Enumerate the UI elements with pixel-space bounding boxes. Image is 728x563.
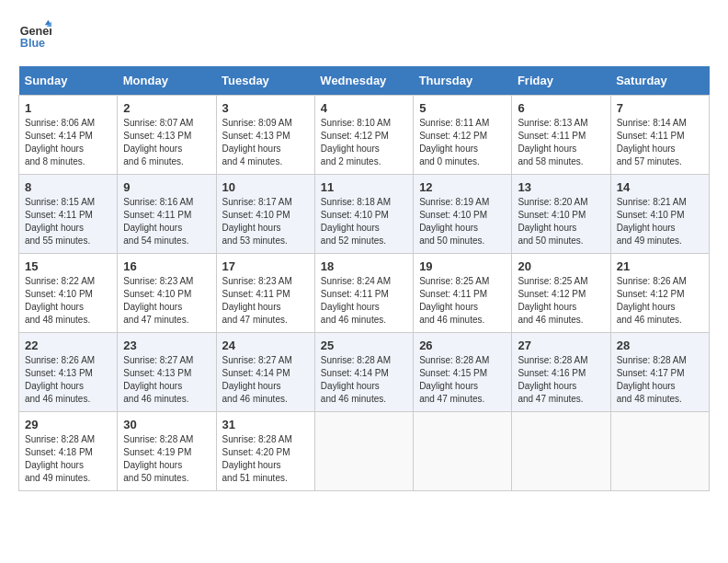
cell-info: Sunrise: 8:09 AMSunset: 4:13 PMDaylight … xyxy=(222,117,309,168)
day-number: 12 xyxy=(419,180,506,194)
day-number: 15 xyxy=(25,259,111,273)
calendar-cell: 31Sunrise: 8:28 AMSunset: 4:20 PMDayligh… xyxy=(216,412,314,491)
day-number: 16 xyxy=(123,259,210,273)
cell-info: Sunrise: 8:19 AMSunset: 4:10 PMDaylight … xyxy=(419,196,506,247)
day-number: 27 xyxy=(518,339,604,352)
calendar-cell: 28Sunrise: 8:28 AMSunset: 4:17 PMDayligh… xyxy=(610,333,709,412)
calendar-cell: 27Sunrise: 8:28 AMSunset: 4:16 PMDayligh… xyxy=(512,333,610,412)
header-day-tuesday: Tuesday xyxy=(216,66,314,96)
day-number: 19 xyxy=(419,259,506,273)
day-number: 23 xyxy=(123,339,210,352)
cell-info: Sunrise: 8:28 AMSunset: 4:14 PMDaylight … xyxy=(321,354,407,406)
calendar-cell: 2Sunrise: 8:07 AMSunset: 4:13 PMDaylight… xyxy=(118,96,216,175)
cell-info: Sunrise: 8:10 AMSunset: 4:12 PMDaylight … xyxy=(321,117,407,168)
day-number: 17 xyxy=(222,259,309,273)
calendar-cell: 21Sunrise: 8:26 AMSunset: 4:12 PMDayligh… xyxy=(610,254,709,333)
cell-info: Sunrise: 8:28 AMSunset: 4:18 PMDaylight … xyxy=(25,433,111,485)
calendar-table: SundayMondayTuesdayWednesdayThursdayFrid… xyxy=(18,66,710,491)
day-number: 29 xyxy=(25,418,111,431)
calendar-cell xyxy=(414,412,512,491)
calendar-cell: 30Sunrise: 8:28 AMSunset: 4:19 PMDayligh… xyxy=(118,412,216,491)
cell-info: Sunrise: 8:28 AMSunset: 4:20 PMDaylight … xyxy=(222,433,309,485)
day-number: 7 xyxy=(617,101,703,115)
calendar-cell: 23Sunrise: 8:27 AMSunset: 4:13 PMDayligh… xyxy=(118,333,216,412)
cell-info: Sunrise: 8:28 AMSunset: 4:17 PMDaylight … xyxy=(617,354,703,406)
day-number: 10 xyxy=(222,180,309,194)
calendar-cell: 26Sunrise: 8:28 AMSunset: 4:15 PMDayligh… xyxy=(414,333,512,412)
cell-info: Sunrise: 8:11 AMSunset: 4:12 PMDaylight … xyxy=(419,117,506,168)
cell-info: Sunrise: 8:16 AMSunset: 4:11 PMDaylight … xyxy=(123,196,210,247)
cell-info: Sunrise: 8:15 AMSunset: 4:11 PMDaylight … xyxy=(25,196,111,247)
cell-info: Sunrise: 8:28 AMSunset: 4:19 PMDaylight … xyxy=(123,433,210,485)
logo: General Blue xyxy=(18,18,55,52)
calendar-cell xyxy=(314,412,413,491)
calendar-cell: 20Sunrise: 8:25 AMSunset: 4:12 PMDayligh… xyxy=(512,254,610,333)
calendar-cell: 1Sunrise: 8:06 AMSunset: 4:14 PMDaylight… xyxy=(19,96,118,175)
calendar-cell: 14Sunrise: 8:21 AMSunset: 4:10 PMDayligh… xyxy=(610,175,709,254)
header-day-thursday: Thursday xyxy=(414,66,512,96)
day-number: 8 xyxy=(25,180,111,194)
logo-icon: General Blue xyxy=(18,18,51,52)
day-number: 2 xyxy=(123,101,210,115)
header-day-friday: Friday xyxy=(512,66,610,96)
week-row-5: 29Sunrise: 8:28 AMSunset: 4:18 PMDayligh… xyxy=(19,412,710,491)
calendar-cell: 16Sunrise: 8:23 AMSunset: 4:10 PMDayligh… xyxy=(118,254,216,333)
calendar-cell: 18Sunrise: 8:24 AMSunset: 4:11 PMDayligh… xyxy=(314,254,413,333)
week-row-1: 1Sunrise: 8:06 AMSunset: 4:14 PMDaylight… xyxy=(19,96,710,175)
cell-info: Sunrise: 8:13 AMSunset: 4:11 PMDaylight … xyxy=(518,117,604,168)
day-number: 20 xyxy=(518,259,604,273)
day-number: 30 xyxy=(123,418,210,431)
cell-info: Sunrise: 8:28 AMSunset: 4:15 PMDaylight … xyxy=(419,354,506,406)
calendar-cell: 22Sunrise: 8:26 AMSunset: 4:13 PMDayligh… xyxy=(19,333,118,412)
cell-info: Sunrise: 8:22 AMSunset: 4:10 PMDaylight … xyxy=(25,275,111,327)
day-number: 21 xyxy=(617,259,703,273)
day-number: 9 xyxy=(123,180,210,194)
calendar-cell: 13Sunrise: 8:20 AMSunset: 4:10 PMDayligh… xyxy=(512,175,610,254)
day-number: 28 xyxy=(617,339,703,352)
cell-info: Sunrise: 8:26 AMSunset: 4:12 PMDaylight … xyxy=(617,275,703,327)
day-number: 3 xyxy=(222,101,309,115)
calendar-cell xyxy=(512,412,610,491)
calendar-cell: 25Sunrise: 8:28 AMSunset: 4:14 PMDayligh… xyxy=(314,333,413,412)
day-number: 14 xyxy=(617,180,703,194)
week-row-4: 22Sunrise: 8:26 AMSunset: 4:13 PMDayligh… xyxy=(19,333,710,412)
header-row: SundayMondayTuesdayWednesdayThursdayFrid… xyxy=(19,66,710,96)
calendar-cell: 24Sunrise: 8:27 AMSunset: 4:14 PMDayligh… xyxy=(216,333,314,412)
svg-text:Blue: Blue xyxy=(20,37,45,50)
cell-info: Sunrise: 8:23 AMSunset: 4:10 PMDaylight … xyxy=(123,275,210,327)
day-number: 26 xyxy=(419,339,506,352)
cell-info: Sunrise: 8:23 AMSunset: 4:11 PMDaylight … xyxy=(222,275,309,327)
page-header: General Blue xyxy=(18,18,710,52)
day-number: 31 xyxy=(222,418,309,431)
cell-info: Sunrise: 8:26 AMSunset: 4:13 PMDaylight … xyxy=(25,354,111,406)
day-number: 6 xyxy=(518,101,604,115)
day-number: 5 xyxy=(419,101,506,115)
cell-info: Sunrise: 8:25 AMSunset: 4:12 PMDaylight … xyxy=(518,275,604,327)
day-number: 11 xyxy=(321,180,407,194)
day-number: 24 xyxy=(222,339,309,352)
cell-info: Sunrise: 8:27 AMSunset: 4:14 PMDaylight … xyxy=(222,354,309,406)
cell-info: Sunrise: 8:24 AMSunset: 4:11 PMDaylight … xyxy=(321,275,407,327)
day-number: 18 xyxy=(321,259,407,273)
calendar-cell: 29Sunrise: 8:28 AMSunset: 4:18 PMDayligh… xyxy=(19,412,118,491)
day-number: 25 xyxy=(321,339,407,352)
calendar-cell: 5Sunrise: 8:11 AMSunset: 4:12 PMDaylight… xyxy=(414,96,512,175)
cell-info: Sunrise: 8:21 AMSunset: 4:10 PMDaylight … xyxy=(617,196,703,247)
calendar-cell: 9Sunrise: 8:16 AMSunset: 4:11 PMDaylight… xyxy=(118,175,216,254)
day-number: 22 xyxy=(25,339,111,352)
cell-info: Sunrise: 8:07 AMSunset: 4:13 PMDaylight … xyxy=(123,117,210,168)
cell-info: Sunrise: 8:14 AMSunset: 4:11 PMDaylight … xyxy=(617,117,703,168)
calendar-cell: 8Sunrise: 8:15 AMSunset: 4:11 PMDaylight… xyxy=(19,175,118,254)
cell-info: Sunrise: 8:20 AMSunset: 4:10 PMDaylight … xyxy=(518,196,604,247)
calendar-cell: 6Sunrise: 8:13 AMSunset: 4:11 PMDaylight… xyxy=(512,96,610,175)
cell-info: Sunrise: 8:17 AMSunset: 4:10 PMDaylight … xyxy=(222,196,309,247)
calendar-cell: 12Sunrise: 8:19 AMSunset: 4:10 PMDayligh… xyxy=(414,175,512,254)
calendar-cell: 19Sunrise: 8:25 AMSunset: 4:11 PMDayligh… xyxy=(414,254,512,333)
cell-info: Sunrise: 8:18 AMSunset: 4:10 PMDaylight … xyxy=(321,196,407,247)
day-number: 13 xyxy=(518,180,604,194)
calendar-cell: 10Sunrise: 8:17 AMSunset: 4:10 PMDayligh… xyxy=(216,175,314,254)
header-day-wednesday: Wednesday xyxy=(314,66,413,96)
calendar-cell: 7Sunrise: 8:14 AMSunset: 4:11 PMDaylight… xyxy=(610,96,709,175)
cell-info: Sunrise: 8:28 AMSunset: 4:16 PMDaylight … xyxy=(518,354,604,406)
header-day-monday: Monday xyxy=(118,66,216,96)
